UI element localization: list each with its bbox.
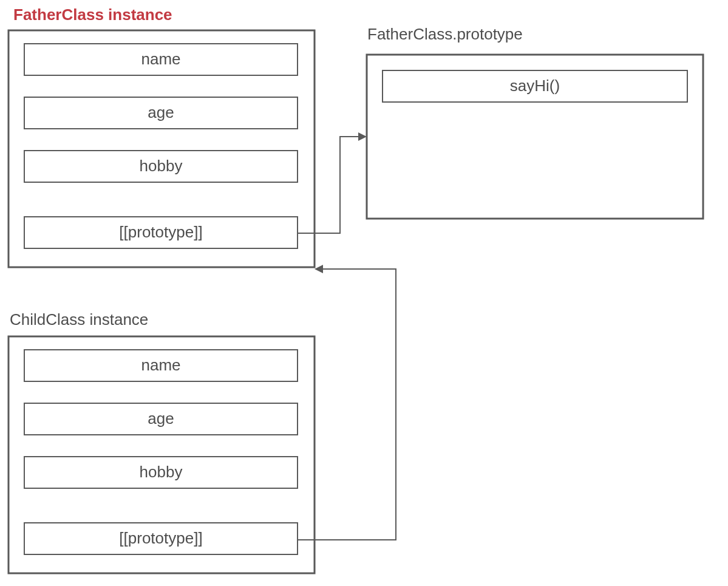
child-instance-prop-name: name [141,356,180,374]
father-prototype-prop-sayhi: sayHi() [510,77,560,95]
father-instance-prop-prototype: [[prototype]] [119,223,202,241]
conn-child-father [298,269,396,540]
father-instance-prop-hobby: hobby [140,157,183,175]
father-instance-prop-name: name [141,50,180,68]
arrowhead-father-proto [358,132,367,141]
conn-father-proto [298,137,361,233]
child-instance-prop-prototype: [[prototype]] [119,529,202,547]
child-instance-prop-hobby: hobby [140,463,183,481]
child-instance-title: ChildClass instance [10,310,148,329]
father-instance-prop-age: age [148,103,174,121]
father-instance-title: FatherClass instance [13,5,172,24]
father-prototype-title: FatherClass.prototype [367,25,523,43]
prototype-diagram: FatherClass instance name age hobby [[pr… [0,0,728,586]
child-instance-prop-age: age [148,409,174,428]
arrowhead-child-father [315,265,323,273]
